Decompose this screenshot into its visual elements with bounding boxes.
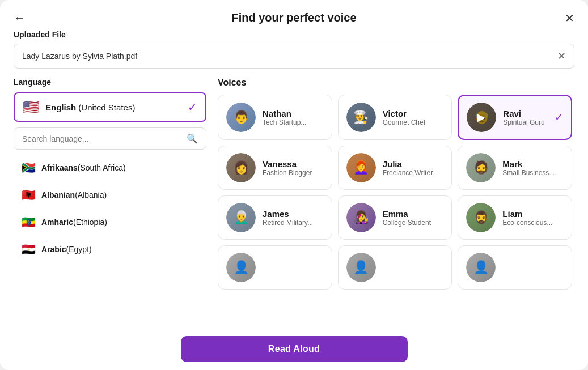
file-name: Lady Lazarus by Sylvia Plath.pdf xyxy=(22,52,557,61)
voice-role: Small Business... xyxy=(502,169,564,177)
voices-panel: Voices 👨NathanTech Startup...👨‍🍳VictorGo… xyxy=(218,78,574,328)
voices-grid: 👨NathanTech Startup...👨‍🍳VictorGourmet C… xyxy=(218,95,574,290)
voice-card[interactable]: 👤 xyxy=(218,245,332,290)
play-overlay: ▶ xyxy=(467,103,496,132)
voice-avatar: 👩‍🦰 xyxy=(346,153,376,182)
voice-avatar: 👩 xyxy=(226,153,256,182)
selected-lang-name: English (United States) xyxy=(45,103,188,112)
voice-avatar: 👤 xyxy=(466,253,496,282)
avatar-circle: 👩 xyxy=(226,153,256,182)
voice-avatar: 👨‍🍳 xyxy=(346,103,376,132)
read-aloud-button[interactable]: Read Aloud xyxy=(181,336,408,362)
language-list-item[interactable]: 🇪🇹Amharic (Ethiopia) xyxy=(14,210,206,235)
voice-avatar: 👩‍🎤 xyxy=(346,203,376,232)
voice-card[interactable]: 👤 xyxy=(458,245,572,290)
avatar-circle: 👤 xyxy=(466,253,496,282)
voice-avatar: 👨‍🦳 xyxy=(226,203,256,232)
avatar-circle: 🧔‍♂️ xyxy=(466,203,496,232)
voice-avatar: 👤 xyxy=(226,253,256,282)
voice-role: Spiritual Guru xyxy=(503,118,548,126)
avatar-circle: 👨‍🦳 xyxy=(226,203,256,232)
lang-flag: 🇿🇦 xyxy=(22,161,36,175)
voice-role: College Student xyxy=(383,219,444,227)
voice-info: JuliaFreelance Writer xyxy=(383,159,444,177)
uploaded-section: Uploaded File Lady Lazarus by Sylvia Pla… xyxy=(14,30,574,69)
selected-language[interactable]: 🇺🇸 English (United States) ✓ xyxy=(14,92,206,122)
bottom-bar: Read Aloud xyxy=(0,328,588,370)
voice-info: RaviSpiritual Guru xyxy=(503,109,548,126)
voice-name: Julia xyxy=(383,159,444,169)
voice-info: VanessaFashion Blogger xyxy=(263,159,324,177)
language-panel: Language 🇺🇸 English (United States) ✓ 🔍 … xyxy=(14,78,206,328)
avatar-circle: 🧔 xyxy=(466,153,496,182)
language-label: Language xyxy=(14,78,206,87)
language-list: 🇿🇦Afrikaans (South Africa)🇦🇱Albanian (Al… xyxy=(14,155,206,328)
file-clear-button[interactable]: ✕ xyxy=(557,50,566,62)
voice-card[interactable]: 👴▶RaviSpiritual Guru✓ xyxy=(458,95,572,140)
avatar-circle: 👩‍🦰 xyxy=(346,153,376,182)
voice-card[interactable]: 👨NathanTech Startup... xyxy=(218,95,332,140)
voice-card[interactable]: 🧔‍♂️LiamEco-conscious... xyxy=(458,195,572,240)
language-list-item[interactable]: 🇪🇬Arabic (Egypt) xyxy=(14,237,206,262)
bottom-section: Language 🇺🇸 English (United States) ✓ 🔍 … xyxy=(14,78,574,328)
uploaded-label: Uploaded File xyxy=(14,30,574,39)
voice-name: Emma xyxy=(383,209,444,219)
voice-avatar: 👴▶ xyxy=(467,103,496,132)
file-input-row: Lady Lazarus by Sylvia Plath.pdf ✕ xyxy=(14,44,574,69)
voice-card[interactable]: 👩VanessaFashion Blogger xyxy=(218,146,332,190)
language-list-item[interactable]: 🇦🇱Albanian (Albania) xyxy=(14,182,206,207)
voice-role: Tech Startup... xyxy=(263,118,324,126)
selected-flag: 🇺🇸 xyxy=(23,99,40,115)
avatar-circle: 👨 xyxy=(226,103,256,132)
voice-info: JamesRetired Military... xyxy=(263,209,324,227)
voice-role: Retired Military... xyxy=(263,219,324,227)
voice-info: EmmaCollege Student xyxy=(383,209,444,227)
voice-card[interactable]: 👩‍🦰JuliaFreelance Writer xyxy=(338,146,452,190)
voice-avatar: 👤 xyxy=(346,253,376,282)
voice-info: NathanTech Startup... xyxy=(263,109,324,126)
voice-name: Vanessa xyxy=(263,159,324,169)
voice-avatar: 🧔‍♂️ xyxy=(466,203,496,232)
search-icon: 🔍 xyxy=(187,133,198,144)
search-language-input[interactable] xyxy=(22,134,187,143)
voice-role: Fashion Blogger xyxy=(263,169,324,177)
selected-check-icon: ✓ xyxy=(188,100,197,114)
lang-flag: 🇪🇬 xyxy=(22,243,36,256)
voice-selected-check: ✓ xyxy=(555,111,563,124)
content-area: Uploaded File Lady Lazarus by Sylvia Pla… xyxy=(0,30,588,328)
voices-label: Voices xyxy=(218,78,574,88)
search-lang-row[interactable]: 🔍 xyxy=(14,127,206,150)
voice-name: James xyxy=(263,209,324,219)
voice-role: Eco-conscious... xyxy=(502,219,564,227)
voice-card[interactable]: 👤 xyxy=(338,245,452,290)
modal: ← Find your perfect voice ✕ Uploaded Fil… xyxy=(0,0,588,370)
voice-name: Ravi xyxy=(503,109,548,118)
modal-title: Find your perfect voice xyxy=(231,11,356,24)
voice-card[interactable]: 👩‍🎤EmmaCollege Student xyxy=(338,195,452,240)
voice-name: Mark xyxy=(502,159,564,169)
avatar-circle: 👤 xyxy=(226,253,256,282)
language-list-item[interactable]: 🇿🇦Afrikaans (South Africa) xyxy=(14,155,206,180)
voice-role: Freelance Writer xyxy=(383,169,444,177)
voice-info: VictorGourmet Chef xyxy=(383,109,444,126)
avatar-circle: 👩‍🎤 xyxy=(346,203,376,232)
voice-name: Nathan xyxy=(263,109,324,118)
back-button[interactable]: ← xyxy=(14,11,25,24)
voice-avatar: 🧔 xyxy=(466,153,496,182)
voice-name: Liam xyxy=(502,209,564,219)
voice-avatar: 👨 xyxy=(226,103,256,132)
voice-info: MarkSmall Business... xyxy=(502,159,564,177)
avatar-circle: 👤 xyxy=(346,253,376,282)
close-button[interactable]: ✕ xyxy=(565,11,574,25)
voice-role: Gourmet Chef xyxy=(383,118,444,126)
modal-header: ← Find your perfect voice ✕ xyxy=(0,0,588,30)
voice-card[interactable]: 👨‍🍳VictorGourmet Chef xyxy=(338,95,452,140)
voice-info: LiamEco-conscious... xyxy=(502,209,564,227)
voice-card[interactable]: 👨‍🦳JamesRetired Military... xyxy=(218,195,332,240)
lang-flag: 🇦🇱 xyxy=(22,188,36,202)
lang-flag: 🇪🇹 xyxy=(22,215,36,229)
avatar-circle: 👨‍🍳 xyxy=(346,103,376,132)
voice-name: Victor xyxy=(383,109,444,118)
voice-card[interactable]: 🧔MarkSmall Business... xyxy=(458,146,572,190)
